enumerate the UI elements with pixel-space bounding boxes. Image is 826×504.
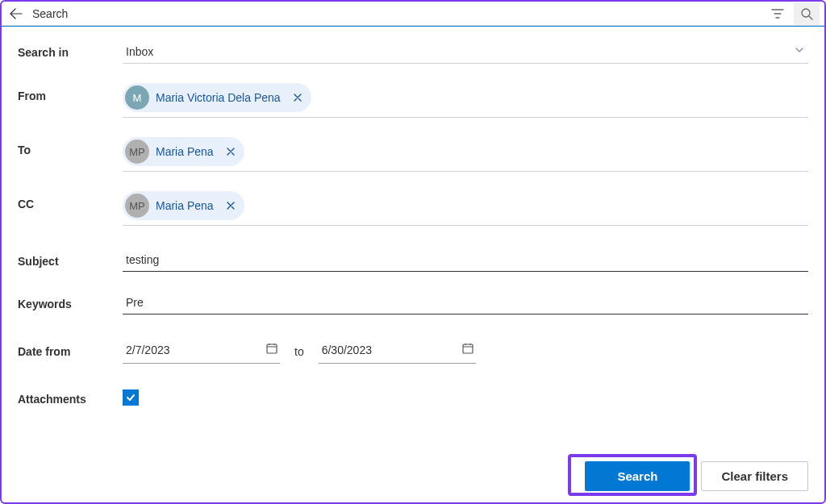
date-to-label: to bbox=[294, 345, 304, 358]
chip-remove-button[interactable] bbox=[223, 198, 238, 213]
close-icon bbox=[226, 147, 236, 156]
date-from-value: 2/7/2023 bbox=[126, 344, 170, 356]
search-in-label: Search in bbox=[18, 40, 123, 59]
calendar-icon bbox=[265, 342, 278, 358]
attachments-label: Attachments bbox=[18, 386, 123, 406]
close-icon bbox=[293, 93, 302, 102]
checkmark-icon bbox=[125, 392, 136, 403]
date-from-label: Date from bbox=[18, 339, 123, 358]
calendar-icon bbox=[461, 342, 474, 358]
attachments-checkbox[interactable] bbox=[123, 389, 139, 406]
subject-input[interactable] bbox=[123, 248, 808, 272]
search-in-select[interactable]: Inbox bbox=[123, 40, 808, 64]
footer-buttons: Search Clear filters bbox=[585, 461, 808, 491]
svg-point-0 bbox=[802, 9, 810, 17]
search-button[interactable]: Search bbox=[585, 461, 690, 491]
avatar: MP bbox=[125, 140, 149, 164]
date-from-input[interactable]: 2/7/2023 bbox=[123, 339, 280, 364]
person-chip: MP Maria Pena bbox=[123, 191, 244, 220]
to-label: To bbox=[18, 137, 123, 156]
header-title: Search bbox=[32, 7, 68, 20]
search-in-value: Inbox bbox=[126, 45, 153, 58]
chip-name: Maria Pena bbox=[156, 145, 214, 158]
person-chip: M Maria Victoria Dela Pena bbox=[123, 83, 311, 112]
keywords-label: Keywords bbox=[18, 291, 123, 310]
chip-name: Maria Victoria Dela Pena bbox=[156, 91, 281, 104]
cc-label: CC bbox=[18, 191, 123, 210]
subject-label: Subject bbox=[18, 248, 123, 268]
chip-name: Maria Pena bbox=[156, 199, 214, 212]
svg-rect-2 bbox=[463, 344, 473, 353]
to-field[interactable]: MP Maria Pena bbox=[123, 135, 808, 172]
date-to-value: 6/30/2023 bbox=[322, 344, 372, 356]
close-icon bbox=[226, 201, 236, 210]
svg-rect-1 bbox=[267, 344, 277, 353]
keywords-input[interactable] bbox=[123, 291, 808, 314]
date-to-input[interactable]: 6/30/2023 bbox=[319, 339, 476, 364]
chip-remove-button[interactable] bbox=[290, 90, 305, 105]
search-form: Search in Inbox From M Maria Victoria De… bbox=[2, 27, 824, 406]
person-chip: MP Maria Pena bbox=[123, 137, 244, 166]
avatar: M bbox=[125, 85, 149, 110]
search-icon-button[interactable] bbox=[794, 2, 820, 25]
header-bar: Search bbox=[2, 2, 824, 26]
filter-button[interactable] bbox=[766, 2, 789, 25]
from-field[interactable]: M Maria Victoria Dela Pena bbox=[123, 81, 808, 118]
from-label: From bbox=[18, 83, 123, 102]
back-button[interactable] bbox=[6, 4, 26, 23]
filter-icon bbox=[771, 7, 784, 20]
clear-filters-button[interactable]: Clear filters bbox=[701, 461, 808, 491]
chevron-down-icon bbox=[794, 44, 805, 58]
arrow-left-icon bbox=[10, 7, 23, 20]
search-icon bbox=[800, 7, 813, 20]
chip-remove-button[interactable] bbox=[223, 144, 238, 159]
cc-field[interactable]: MP Maria Pena bbox=[123, 190, 808, 226]
avatar: MP bbox=[125, 194, 149, 218]
